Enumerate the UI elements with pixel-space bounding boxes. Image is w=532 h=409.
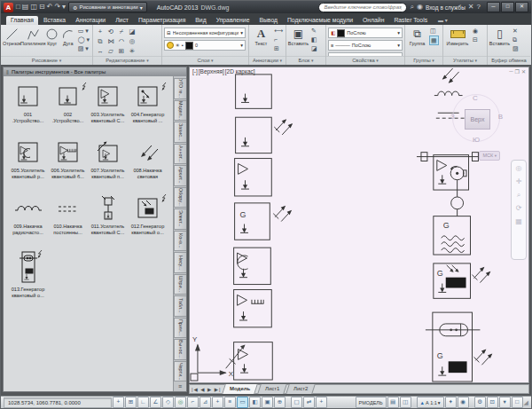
palette-tool-item[interactable]: 006.Усилитель квантовый б...	[48, 139, 88, 193]
ribbon-tab[interactable]: Вставка	[39, 16, 70, 25]
block-edit-icon[interactable]: ✎	[310, 27, 318, 35]
hatch-tool-icon[interactable]: ▨ ▾	[77, 44, 90, 52]
viewcube-top-face[interactable]: Верх	[465, 109, 490, 130]
group-edit-icon[interactable]: ▦	[429, 35, 439, 45]
palette-tab[interactable]: Обору...	[174, 187, 186, 208]
search-input[interactable]	[318, 3, 407, 12]
toolbar-lock-icon[interactable]: ⊡	[487, 397, 498, 408]
annotation-scale-button[interactable]: ▲ А 1:1 ▾	[417, 397, 444, 408]
leader-icon[interactable]: ⌐	[273, 35, 284, 43]
grid-toggle[interactable]: ⊞	[125, 397, 137, 408]
palette-tab[interactable]: Модел...	[174, 100, 186, 122]
text-button[interactable]: A Текст	[251, 27, 271, 46]
palette-tool-item[interactable]: 004.Генератор квантовый ...	[128, 83, 168, 137]
viewport-visualstyle-control[interactable]: [2D каркас]	[225, 68, 255, 75]
panel-title-modify[interactable]: Редактирование ▾	[93, 56, 161, 65]
orbit-icon[interactable]: ⟳	[516, 205, 522, 212]
lineweight-dropdown[interactable]: ≡ ——— ПоСлою ▾	[328, 40, 403, 51]
palette-tool-item[interactable]: 008.Накачка световая	[128, 139, 168, 193]
block-create-icon[interactable]: ◧	[310, 35, 318, 43]
annotation-visibility-icon[interactable]: ✦	[445, 397, 457, 408]
mirror-icon[interactable]: ⋈	[107, 37, 114, 45]
model-paper-icon[interactable]: ▢	[291, 397, 302, 408]
save-icon[interactable]: ◫	[30, 2, 37, 12]
osnap3d-toggle[interactable]: ◎	[175, 397, 186, 408]
scale-icon[interactable]: ▱	[108, 47, 113, 55]
rotate-icon[interactable]: ⟲	[108, 28, 113, 35]
lwt-toggle[interactable]: ≡	[224, 397, 236, 408]
autoscale-icon[interactable]: ◉	[458, 397, 469, 408]
ribbon-tab[interactable]: Подключаемые модули	[283, 16, 357, 25]
tab-model[interactable]: Модель	[223, 384, 259, 394]
ribbon-tab[interactable]: Лист	[111, 16, 133, 25]
close-button[interactable]: ✕	[515, 2, 528, 12]
tab-layout2[interactable]: Лист2	[286, 384, 316, 394]
dyn-toggle[interactable]: +	[212, 397, 223, 408]
ellipse-tool-icon[interactable]: ◯ ▾	[77, 35, 90, 43]
osnap-toggle[interactable]: ◇	[162, 397, 174, 408]
line-button[interactable]: Отрезок	[3, 27, 21, 46]
offset-icon[interactable]: ◎	[129, 37, 136, 45]
ungroup-icon[interactable]: ◫	[429, 27, 439, 35]
ribbon-tab[interactable]: Вид	[191, 16, 210, 25]
dimension-icon[interactable]: ⟷	[273, 27, 284, 35]
ribbon-tab[interactable]: Онлайн	[358, 16, 388, 25]
erase-icon[interactable]: ◪	[129, 28, 135, 35]
workspace-gear-icon[interactable]: ⚙	[474, 397, 486, 408]
palette-tab[interactable]: Завис...	[174, 122, 186, 143]
palette-tool-item[interactable]: 007.Усилитель квантовый п...	[88, 139, 128, 193]
match-props-icon[interactable]: ▨	[512, 44, 520, 52]
quickview-drawings-icon[interactable]: ⇄	[303, 397, 315, 408]
ribbon-tab[interactable]: Аннотации	[71, 16, 110, 25]
quick-calc-icon[interactable]: ⊟	[472, 35, 479, 43]
panel-title-utilities[interactable]: Утилиты ▾	[443, 56, 487, 65]
circle-button[interactable]: Круг	[45, 27, 59, 46]
open-icon[interactable]: ▤	[22, 2, 29, 12]
layer-dropdown[interactable]: ☀ ▪ 0 ▾	[164, 40, 246, 51]
rectangle-tool-icon[interactable]: ▭ ▾	[77, 27, 90, 35]
group-button[interactable]: ⧉ Группа	[407, 27, 427, 46]
steering-wheel-icon[interactable]: ◎	[516, 165, 522, 172]
palette-menu-icon[interactable]: ≡	[174, 382, 186, 391]
annotation-monitor-toggle[interactable]: ⊕	[274, 397, 286, 408]
qat-dropdown-icon[interactable]: ▾	[62, 2, 66, 12]
palette-titlebar[interactable]: ‖ Палитры инструментов - Все палитры	[4, 67, 186, 76]
search-icon[interactable]: ⌕	[410, 2, 413, 12]
ribbon-options-icon[interactable]: ▬ ▾	[438, 17, 448, 25]
insert-block-button[interactable]: ▣ Вставить	[288, 27, 309, 46]
undo-icon[interactable]: ↶	[47, 2, 53, 12]
ribbon-tab-home[interactable]: Главная	[6, 16, 38, 25]
showmotion-icon[interactable]: ▦	[515, 218, 522, 225]
quickprops-toggle[interactable]: ◧	[249, 397, 261, 408]
block-attr-icon[interactable]: ◪	[310, 44, 318, 52]
viewport-menu-control[interactable]: [-]	[192, 68, 198, 75]
palette-tool-item[interactable]: 011.Усилитель квантовый С...	[88, 195, 128, 248]
workspace-switcher[interactable]: ⚙ Рисование и аннотации ▾	[68, 2, 147, 12]
palette-tab[interactable]: Несу...	[174, 252, 186, 273]
palette-tool-item[interactable]: 010.Накачка постоянны...	[48, 195, 88, 248]
quickview-icon[interactable]: ▤	[387, 397, 399, 408]
palette-tool-item[interactable]: 005.Усилитель квантовый р...	[8, 139, 48, 193]
palette-tab[interactable]: Черти...	[174, 361, 186, 382]
viewcube-south[interactable]: Ю	[473, 136, 480, 144]
viewcube-east[interactable]: В	[498, 113, 503, 121]
arc-button[interactable]: Дуга	[61, 27, 75, 46]
palette-tool-item[interactable]: 003.Усилитель квантовый С...	[88, 83, 128, 137]
panel-title-draw[interactable]: Рисование ▾	[1, 56, 92, 65]
move-icon[interactable]: +	[98, 28, 102, 35]
object-color-dropdown[interactable]: ◧ ПоСлою ▾	[328, 28, 403, 38]
array-icon[interactable]: ⊞	[119, 47, 124, 55]
panel-title-properties[interactable]: Свойства ▾	[326, 56, 404, 65]
tab-layout1[interactable]: Лист1	[257, 384, 287, 394]
palette-tool-item[interactable]: 001 .Устройство...	[8, 83, 48, 137]
palette-tool-item[interactable]: 012.Генератор квантовый о...	[128, 195, 168, 248]
viewcube-west[interactable]: З	[450, 113, 455, 121]
palette-tool-item[interactable]: 002 .Устройство...	[48, 83, 88, 137]
ortho-toggle[interactable]: ∟	[137, 397, 149, 408]
id-point-icon[interactable]: ◉	[472, 27, 479, 35]
viewport-view-control[interactable]: [Верхняя]	[199, 68, 224, 75]
cleanscreen-icon[interactable]: □	[512, 397, 523, 408]
panel-title-clipboard[interactable]: Буфер обмена	[488, 56, 530, 65]
help-icon[interactable]: ?	[477, 2, 481, 12]
maximize-button[interactable]: □	[501, 2, 514, 12]
